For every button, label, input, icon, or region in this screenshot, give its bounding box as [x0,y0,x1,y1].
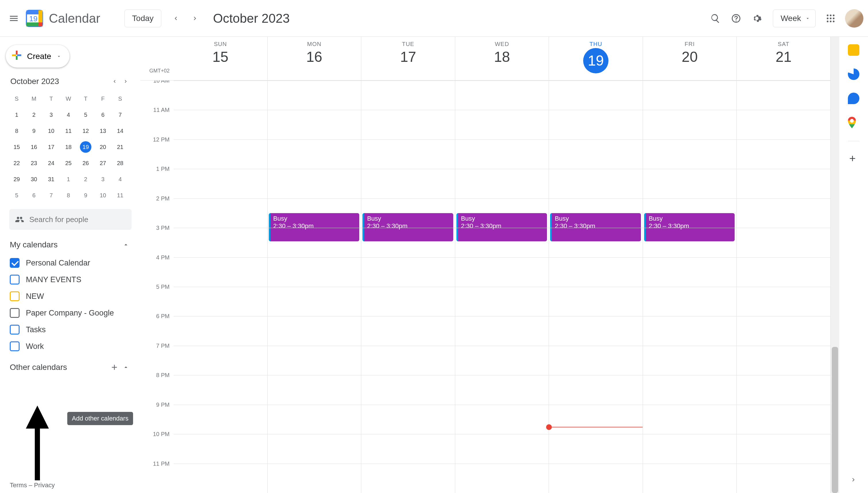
mini-day[interactable]: 9 [77,187,94,203]
mini-day[interactable]: 27 [94,155,112,171]
vertical-scrollbar[interactable] [831,37,839,493]
calendar-checkbox[interactable] [10,258,20,268]
day-header[interactable]: FRI20 [643,37,737,80]
get-addons-button[interactable] [848,154,860,165]
settings-button[interactable] [750,12,764,25]
mini-day[interactable]: 20 [94,139,112,155]
contacts-addon-button[interactable] [848,93,860,104]
calendar-checkbox[interactable] [10,292,20,301]
create-button[interactable]: Create [6,45,70,68]
calendar-item[interactable]: MANY EVENTS [10,271,140,288]
mini-calendar[interactable]: SMTWTFS123456789101112131415161718192021… [8,91,129,203]
search-people-field[interactable] [9,209,132,230]
calendar-item[interactable]: Tasks [10,321,140,338]
add-other-calendars-button[interactable] [109,362,120,373]
mini-day[interactable]: 9 [25,123,43,139]
main-menu-button[interactable] [7,12,21,25]
event[interactable]: Busy2:30 – 3:30pm [644,213,735,241]
day-header[interactable]: TUE17 [361,37,455,80]
mini-day[interactable]: 31 [43,171,60,187]
mini-day[interactable]: 5 [8,187,25,203]
account-avatar[interactable] [845,9,863,28]
mini-day[interactable]: 28 [112,155,129,171]
other-calendars-header[interactable]: Other calendars [10,362,132,373]
search-people-input[interactable] [29,215,126,224]
calendar-checkbox[interactable] [10,325,20,335]
maps-pin-icon [848,117,856,128]
hide-side-panel-button[interactable] [850,476,857,485]
mini-day[interactable]: 3 [43,107,60,123]
mini-day[interactable]: 18 [60,139,77,155]
mini-day[interactable]: 2 [25,107,43,123]
tasks-addon-button[interactable] [848,68,860,80]
mini-day[interactable]: 8 [8,123,25,139]
mini-day[interactable]: 10 [94,187,112,203]
mini-day[interactable]: 11 [112,187,129,203]
time-label: 1 PM [156,166,169,172]
day-header[interactable]: SUN15 [174,37,267,80]
calendar-item[interactable]: NEW [10,288,140,305]
terms-link[interactable]: Terms [10,481,27,489]
mini-next-month-button[interactable] [120,76,132,87]
support-button[interactable] [729,12,743,25]
mini-day[interactable]: 19 [77,139,94,155]
mini-day[interactable]: 25 [60,155,77,171]
mini-day[interactable]: 7 [112,107,129,123]
calendar-item[interactable]: Personal Calendar [10,255,140,271]
calendar-item[interactable]: Work [10,338,140,355]
scrollbar-thumb[interactable] [832,347,838,493]
mini-day[interactable]: 6 [94,107,112,123]
prev-week-button[interactable] [169,12,183,25]
mini-day[interactable]: 1 [8,107,25,123]
mini-day[interactable]: 6 [25,187,43,203]
next-week-button[interactable] [188,12,202,25]
day-header[interactable]: WED18 [455,37,549,80]
mini-day[interactable]: 8 [60,187,77,203]
event[interactable]: Busy2:30 – 3:30pm [269,213,360,241]
mini-day[interactable]: 16 [25,139,43,155]
mini-day[interactable]: 7 [43,187,60,203]
mini-day[interactable]: 1 [60,171,77,187]
mini-day[interactable]: 10 [43,123,60,139]
search-button[interactable] [708,12,722,25]
my-calendars-header[interactable]: My calendars [10,239,132,251]
mini-day[interactable]: 24 [43,155,60,171]
mini-day[interactable]: 21 [112,139,129,155]
event[interactable]: Busy2:30 – 3:30pm [550,213,641,241]
google-apps-button[interactable] [824,12,838,25]
mini-day[interactable]: 11 [60,123,77,139]
mini-day[interactable]: 22 [8,155,25,171]
maps-addon-button[interactable] [848,117,860,128]
day-header[interactable]: THU19 [549,37,643,80]
mini-day[interactable]: 23 [25,155,43,171]
mini-day[interactable]: 29 [8,171,25,187]
day-header[interactable]: MON16 [267,37,361,80]
day-of-week: SUN [174,41,267,47]
mini-day[interactable]: 17 [43,139,60,155]
mini-day[interactable]: 30 [25,171,43,187]
mini-prev-month-button[interactable] [109,76,120,87]
privacy-link[interactable]: Privacy [34,481,54,489]
mini-day[interactable]: 4 [60,107,77,123]
mini-day[interactable]: 14 [112,123,129,139]
calendar-checkbox[interactable] [10,308,20,318]
view-selector[interactable]: Week [773,9,816,27]
event[interactable]: Busy2:30 – 3:30pm [362,213,453,241]
mini-day[interactable]: 3 [94,171,112,187]
calendar-item[interactable]: Paper Company - Google [10,305,140,321]
calendar-checkbox[interactable] [10,341,20,351]
mini-day[interactable]: 13 [94,123,112,139]
svg-rect-18 [12,55,16,56]
mini-day[interactable]: 26 [77,155,94,171]
grid-body[interactable]: 10 AM11 AM12 PM1 PM2 PM3 PM4 PM5 PM6 PM7… [140,81,830,493]
calendar-checkbox[interactable] [10,275,20,284]
event[interactable]: Busy2:30 – 3:30pm [456,213,547,241]
mini-day[interactable]: 4 [112,171,129,187]
mini-day[interactable]: 5 [77,107,94,123]
mini-day[interactable]: 2 [77,171,94,187]
mini-day[interactable]: 12 [77,123,94,139]
mini-day[interactable]: 15 [8,139,25,155]
day-header[interactable]: SAT21 [736,37,830,80]
today-button[interactable]: Today [124,9,162,27]
keep-addon-button[interactable] [848,44,860,56]
